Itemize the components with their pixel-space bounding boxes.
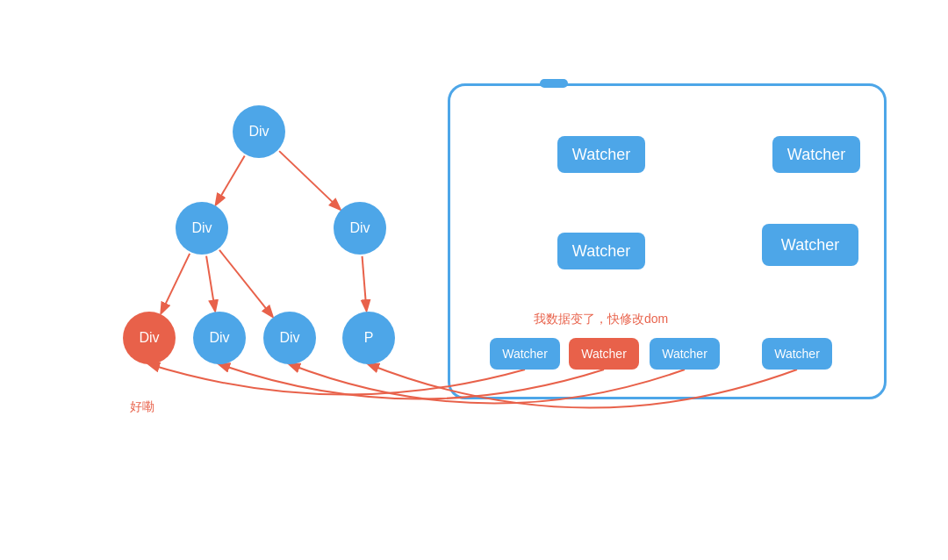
svg-line-0: [216, 156, 244, 205]
watcher-w8: Watcher: [762, 338, 832, 370]
watcher-w5: Watcher: [490, 338, 560, 370]
watcher-w2: Watcher: [772, 136, 860, 173]
label-notify-text: 我数据变了，快修改dom: [534, 312, 668, 327]
watcher-w7: Watcher: [650, 338, 720, 370]
node-div-mid-left: Div: [176, 202, 228, 255]
label-hao-ne: 好嘞: [130, 399, 154, 415]
dep-label: [540, 79, 568, 88]
node-div-mid-right: Div: [334, 202, 386, 255]
page-title: [0, 0, 948, 26]
watcher-w3: Watcher: [557, 233, 645, 269]
svg-line-5: [363, 256, 367, 310]
node-div-root: Div: [233, 105, 285, 158]
node-div-leaf-mid1: Div: [193, 312, 246, 364]
node-div-leaf-mid2: Div: [263, 312, 316, 364]
svg-line-4: [219, 250, 272, 316]
node-div-leaf-left: Div: [123, 312, 176, 364]
watcher-w6: Watcher: [569, 338, 639, 370]
svg-line-1: [279, 151, 340, 209]
node-p-leaf: P: [342, 312, 395, 364]
svg-line-3: [206, 256, 215, 311]
watcher-w4: Watcher: [762, 224, 858, 266]
svg-line-2: [162, 254, 190, 312]
watcher-w1: Watcher: [557, 136, 645, 173]
